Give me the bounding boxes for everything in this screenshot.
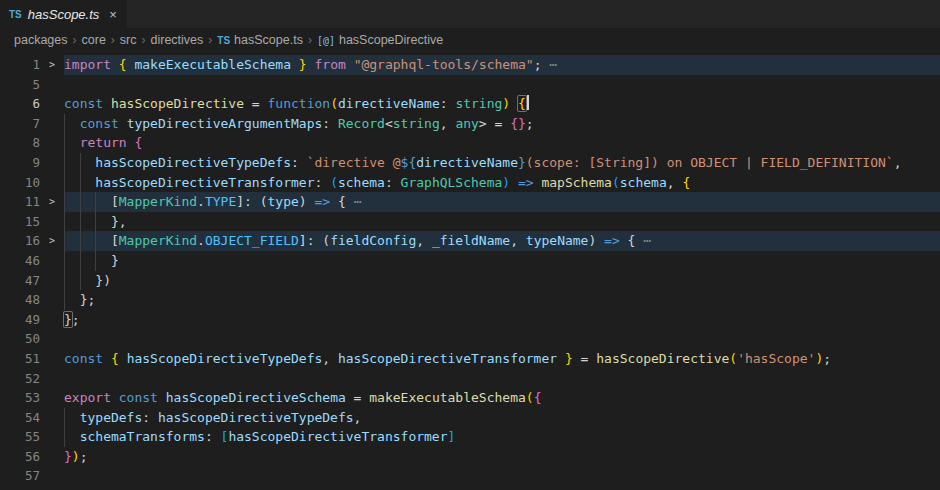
code-line[interactable]: 5 [0,75,940,95]
code-token: { [534,390,542,405]
code-token: = [346,390,369,405]
editor-gutter: 57 [0,466,64,486]
indent-guide [80,271,81,291]
code-line-content[interactable]: } [64,251,940,271]
fold-chevron-icon [40,75,64,95]
breadcrumb-label: packages [14,33,68,47]
code-token: schema [338,175,385,190]
breadcrumb-item-hasscope-ts[interactable]: TShasScope.ts [217,33,303,47]
code-token: , [894,155,902,170]
fold-chevron-icon[interactable]: > [40,55,64,75]
code-token: hasScopeDirective [596,351,729,366]
code-line-content[interactable] [64,75,940,95]
code-line[interactable]: 7 const typeDirectiveArgumentMaps: Recor… [0,114,940,134]
fold-chevron-icon [40,114,64,134]
code-line-content[interactable]: }) [64,271,940,291]
breadcrumb-item-core[interactable]: core [82,33,106,47]
editor-gutter: 9 [0,153,64,173]
code-line[interactable]: 48 }; [0,290,940,310]
code-line-content[interactable] [64,329,940,349]
indent-guide [95,251,96,271]
code-line[interactable]: 54 typeDefs: hasScopeDirectiveTypeDefs, [0,408,940,428]
code-line[interactable]: 56}); [0,447,940,467]
code-line-content[interactable]: export const hasScopeDirectiveSchema = m… [64,388,940,408]
code-line-content[interactable]: [MapperKind.TYPE]: (type) => { ⋯ [64,192,940,212]
breadcrumb-label: src [120,33,137,47]
code-token: ) [72,449,80,464]
code-line[interactable]: 47 }) [0,271,940,291]
breadcrumb-item-src[interactable]: src [120,33,137,47]
editor-gutter: 10 [0,173,64,193]
code-token: typeName [526,233,589,248]
code-token [291,57,299,72]
tab-title: hasScope.ts [28,7,100,22]
code-line[interactable]: 15 }, [0,212,940,232]
fold-chevron-icon [40,329,64,349]
code-line-content[interactable]: const { hasScopeDirectiveTypeDefs, hasSc… [64,349,940,369]
breadcrumb-item-hasscopedirective[interactable]: [@]hasScopeDirective [317,33,443,47]
code-token: { [134,135,142,150]
code-token: MapperKind [119,233,197,248]
code-line[interactable]: 51const { hasScopeDirectiveTypeDefs, has… [0,349,940,369]
code-line-content[interactable]: const typeDirectiveArgumentMaps: Record<… [64,114,940,134]
code-token: hasScopeDirectiveTypeDefs [127,351,323,366]
code-line[interactable]: 52 [0,369,940,389]
code-token: ( [612,175,620,190]
code-line[interactable]: 50 [0,329,940,349]
code-line[interactable]: 11> [MapperKind.TYPE]: (type) => { ⋯ [0,192,940,212]
code-line-content[interactable]: import { makeExecutableSchema } from "@g… [64,55,940,75]
code-line-content[interactable]: typeDefs: hasScopeDirectiveTypeDefs, [64,408,940,428]
line-number: 7 [0,114,40,134]
code-line-content[interactable]: const hasScopeDirective = function(direc… [64,94,940,114]
code-line[interactable]: 49}; [0,310,940,330]
breadcrumb-item-directives[interactable]: directives [151,33,204,47]
indent-guide [64,408,65,428]
breadcrumb-item-packages[interactable]: packages [14,33,68,47]
tab-hasscope[interactable]: TS hasScope.ts × [0,0,127,28]
fold-chevron-icon[interactable]: > [40,231,64,251]
code-token: TYPE [205,194,236,209]
code-token: { [330,194,346,209]
code-token: ]: ( [299,233,330,248]
code-line[interactable]: 10 hasScopeDirectiveTransformer: (schema… [0,173,940,193]
code-line[interactable]: 6const hasScopeDirective = function(dire… [0,94,940,114]
code-line[interactable]: 8 return { [0,133,940,153]
code-token: ; [80,449,88,464]
breadcrumb-separator: › [73,33,77,47]
code-token [64,429,80,444]
code-line-content[interactable]: }); [64,447,940,467]
code-line[interactable]: 55 schemaTransforms: [hasScopeDirectiveT… [0,427,940,447]
code-line-content[interactable] [64,369,940,389]
code-token: export [64,390,111,405]
code-token [64,116,80,131]
code-line[interactable]: 46 } [0,251,940,271]
code-line-content[interactable]: }; [64,310,940,330]
indent-guide [80,212,81,232]
code-token: ) [502,175,510,190]
fold-chevron-icon[interactable]: > [40,192,64,212]
code-line-content[interactable]: }; [64,290,940,310]
code-line[interactable]: 57 [0,466,940,486]
code-line-content[interactable] [64,466,940,486]
code-line[interactable]: 53export const hasScopeDirectiveSchema =… [0,388,940,408]
line-number: 54 [0,408,40,428]
code-line-content[interactable]: return { [64,133,940,153]
close-icon[interactable]: × [109,8,117,21]
line-number: 8 [0,133,40,153]
fold-chevron-icon [40,94,64,114]
code-line-content[interactable]: hasScopeDirectiveTypeDefs: `directive @$… [64,153,940,173]
fold-chevron-icon [40,408,64,428]
code-line-content[interactable]: [MapperKind.OBJECT_FIELD]: (fieldConfig,… [64,231,940,251]
line-number: 10 [0,173,40,193]
code-line[interactable]: 9 hasScopeDirectiveTypeDefs: `directive … [0,153,940,173]
code-editor[interactable]: 1>import { makeExecutableSchema } from "… [0,52,940,486]
indent-guide [64,133,65,153]
code-token [64,135,80,150]
code-token: { [620,233,636,248]
code-line[interactable]: 16> [MapperKind.OBJECT_FIELD]: (fieldCon… [0,231,940,251]
code-line[interactable]: 1>import { makeExecutableSchema } from "… [0,55,940,75]
code-line-content[interactable]: schemaTransforms: [hasScopeDirectiveTran… [64,427,940,447]
code-token: ; [526,116,534,131]
code-line-content[interactable]: }, [64,212,940,232]
code-line-content[interactable]: hasScopeDirectiveTransformer: (schema: G… [64,173,940,193]
